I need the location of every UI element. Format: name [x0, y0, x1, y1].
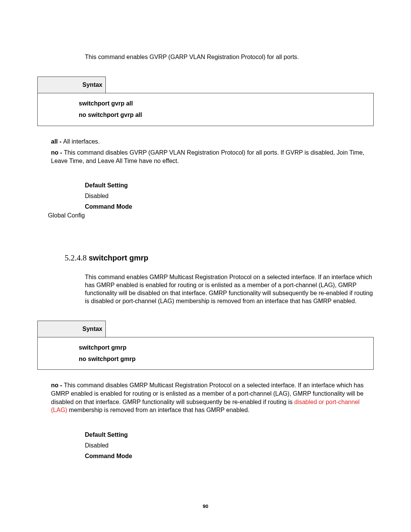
heading-title: switchport gmrp — [89, 254, 148, 262]
gvrp-description: all - All interfaces. no - This command … — [51, 137, 374, 165]
no-text-b: membership is removed from an interface … — [67, 407, 250, 413]
section-heading: 5.2.4.8 switchport gmrp — [65, 253, 374, 263]
gvrp-defaults: Default Setting Disabled Command Mode — [85, 180, 374, 212]
gvrp-intro-text: This command enables GVRP (GARP VLAN Reg… — [85, 53, 374, 61]
gvrp-syntax-table: Syntax switchport gvrp all no switchport… — [37, 77, 374, 126]
all-label: all - — [51, 138, 63, 145]
no-text: This command disables GVRP (GARP VLAN Re… — [51, 149, 364, 164]
default-setting-label: Default Setting — [85, 180, 374, 191]
default-setting-value: Disabled — [85, 440, 374, 451]
command-mode-label: Command Mode — [85, 451, 374, 462]
syntax-header-cell: Syntax — [38, 321, 106, 337]
no-label: no - — [51, 382, 64, 388]
gmrp-syntax-table: Syntax switchport gmrp no switchport gmr… — [37, 321, 374, 370]
page-content: This command enables GVRP (GARP VLAN Reg… — [0, 53, 411, 462]
no-label: no - — [51, 149, 64, 156]
gmrp-description: no - This command disables GMRP Multicas… — [51, 381, 374, 414]
syntax-body-cell: switchport gvrp all no switchport gvrp a… — [38, 93, 374, 126]
syntax-line1: switchport gmrp — [79, 342, 370, 353]
syntax-line2: no switchport gmrp — [79, 353, 370, 365]
all-text: All interfaces. — [63, 138, 100, 145]
default-setting-value: Disabled — [85, 191, 374, 201]
syntax-line2: no switchport gvrp all — [79, 109, 370, 121]
heading-number: 5.2.4.8 — [65, 253, 89, 262]
syntax-body-cell: switchport gmrp no switchport gmrp — [38, 337, 374, 370]
syntax-line1: switchport gvrp all — [79, 98, 370, 109]
gmrp-intro-text: This command enables GMRP Multicast Regi… — [85, 273, 374, 305]
gmrp-defaults: Default Setting Disabled Command Mode — [85, 430, 374, 462]
document-page: This command enables GVRP (GARP VLAN Reg… — [0, 0, 411, 532]
syntax-empty-cell — [106, 321, 374, 337]
command-mode-label: Command Mode — [85, 201, 374, 212]
page-number: 90 — [0, 503, 411, 509]
syntax-empty-cell — [106, 77, 374, 93]
default-setting-label: Default Setting — [85, 430, 374, 440]
syntax-header-cell: Syntax — [38, 77, 106, 93]
command-mode-value: Global Config — [48, 212, 374, 219]
